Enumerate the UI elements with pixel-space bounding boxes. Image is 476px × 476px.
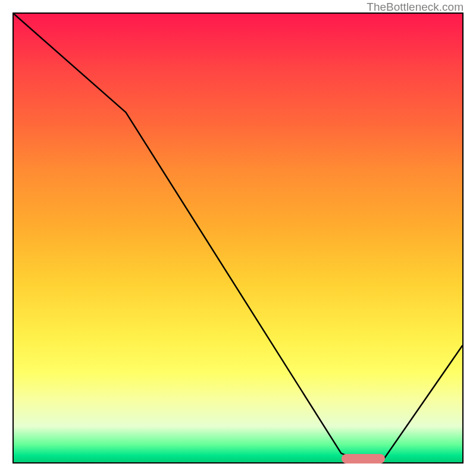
- attribution-text: TheBottleneck.com: [367, 1, 464, 14]
- curve-svg: [14, 14, 462, 462]
- bottleneck-curve: [14, 14, 462, 462]
- plot-area: [12, 12, 464, 464]
- chart-container: TheBottleneck.com: [0, 0, 476, 476]
- sweet-spot-marker: [342, 454, 384, 464]
